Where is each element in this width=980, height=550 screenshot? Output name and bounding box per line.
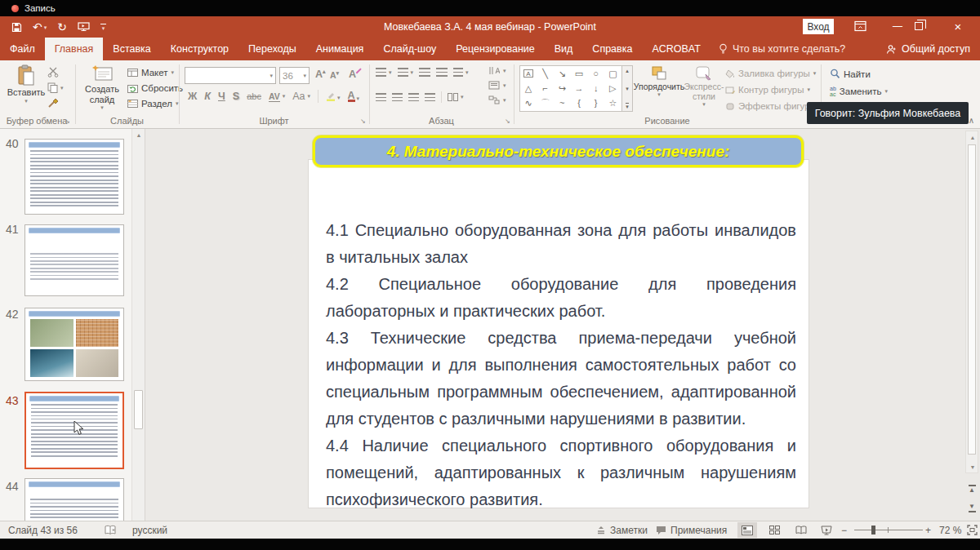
- slide-counter[interactable]: Слайд 43 из 56: [8, 521, 78, 539]
- character-spacing-button[interactable]: AV: [269, 91, 280, 102]
- change-case-dropdown-icon[interactable]: ▾: [308, 93, 311, 100]
- shape-oval-icon[interactable]: ○: [588, 66, 604, 81]
- paragraph-dialog-launcher[interactable]: ↘: [505, 118, 510, 125]
- shape-elbow-connector-icon[interactable]: ⌐: [537, 81, 554, 95]
- tab-slideshow[interactable]: Слайд-шоу: [373, 38, 446, 60]
- slide-thumbnail-42[interactable]: [24, 308, 124, 381]
- align-text-button[interactable]: ▾: [488, 81, 506, 90]
- canvas-scrollbar[interactable]: ▲ ▼: [965, 131, 978, 473]
- zoom-level[interactable]: 72 %: [939, 521, 961, 539]
- arrange-dropdown-icon[interactable]: ▾: [657, 91, 661, 98]
- font-name-dropdown-icon[interactable]: ▾: [270, 73, 273, 79]
- canvas-scroll-down-icon[interactable]: ▼: [966, 461, 979, 472]
- shape-fill-button[interactable]: Заливка фигуры ▾: [725, 69, 816, 78]
- minimize-button[interactable]: —: [887, 17, 908, 35]
- undo-button[interactable]: ↶ ▾: [33, 21, 47, 33]
- start-slideshow-button[interactable]: [78, 22, 90, 32]
- align-right-icon[interactable]: [408, 93, 419, 101]
- font-dialog-launcher[interactable]: ↘: [360, 118, 366, 125]
- tab-file[interactable]: Файл: [0, 38, 45, 60]
- undo-dropdown-icon[interactable]: ▾: [44, 24, 47, 30]
- paste-dropdown-icon[interactable]: ▾: [24, 98, 28, 104]
- change-case-button[interactable]: Aa: [292, 91, 305, 102]
- tab-insert[interactable]: Вставка: [103, 38, 160, 60]
- tab-design[interactable]: Конструктор: [161, 38, 238, 60]
- shape-curved-arrow-icon[interactable]: ↪: [554, 81, 570, 95]
- save-icon[interactable]: [11, 22, 22, 33]
- section-button[interactable]: Раздел ▾: [127, 99, 183, 109]
- collapse-ribbon-icon[interactable]: ∧: [969, 116, 974, 125]
- quick-styles-button[interactable]: Экспресс-стили ▾: [684, 65, 724, 108]
- redo-button[interactable]: ↻: [57, 21, 67, 33]
- italic-button[interactable]: К: [204, 91, 211, 102]
- slide-thumbnail-41[interactable]: [24, 224, 124, 296]
- layout-button[interactable]: Макет ▾: [127, 68, 183, 78]
- shrink-font-button[interactable]: A▾: [330, 70, 339, 80]
- canvas-scrollbar-thumb[interactable]: [968, 144, 976, 455]
- next-slide-button[interactable]: ▼: [965, 501, 978, 516]
- grow-font-button[interactable]: A▴: [315, 69, 326, 80]
- zoom-slider-track[interactable]: [854, 530, 923, 530]
- shape-right-arrow-icon[interactable]: →: [571, 81, 587, 95]
- text-shadow-button[interactable]: S: [233, 91, 239, 102]
- line-spacing-dropdown-icon[interactable]: ▾: [466, 69, 469, 76]
- slide-body-text[interactable]: 4.1 Специально оборудованная зона для ра…: [326, 217, 796, 513]
- shape-rectangle-icon[interactable]: ▭: [571, 66, 587, 81]
- customize-qat-button[interactable]: ▾: [100, 24, 106, 31]
- bullets-icon[interactable]: [376, 68, 386, 77]
- thumbnail-scrollbar-thumb[interactable]: [134, 390, 143, 429]
- increase-indent-icon[interactable]: [436, 68, 448, 77]
- shape-outline-button[interactable]: Контур фигуры ▾: [725, 85, 816, 95]
- shape-scribble-icon[interactable]: ∿: [520, 95, 537, 110]
- font-size-combo[interactable]: 36 ▾: [279, 67, 310, 84]
- ribbon-display-options-button[interactable]: [854, 20, 866, 32]
- format-painter-button[interactable]: [47, 98, 64, 109]
- highlight-color-button[interactable]: ▾: [326, 91, 341, 101]
- shape-curve-icon[interactable]: ~: [554, 95, 570, 110]
- tab-review[interactable]: Рецензирование: [446, 38, 545, 60]
- reading-view-button[interactable]: [791, 522, 811, 538]
- share-button[interactable]: Общий доступ: [886, 38, 970, 60]
- justify-icon[interactable]: [425, 93, 435, 101]
- clear-formatting-button[interactable]: A: [349, 69, 356, 80]
- font-color-button[interactable]: A ▾: [348, 91, 360, 102]
- numbering-icon[interactable]: [398, 68, 408, 77]
- highlight-dropdown-icon[interactable]: ▾: [337, 95, 341, 101]
- tab-home[interactable]: Главная: [45, 38, 104, 60]
- font-name-combo[interactable]: ▾: [185, 67, 276, 84]
- new-slide-button[interactable]: Создать слайд ▾: [80, 64, 124, 111]
- tell-me-box[interactable]: Что вы хотите сделать?: [710, 38, 853, 60]
- thumbnail-scroll-up-icon[interactable]: ▲: [132, 129, 145, 140]
- shape-line-icon[interactable]: ╲: [537, 66, 554, 81]
- shapes-gallery[interactable]: A ╲ ↘ ▭ ○ ▢ △ ⌐ ↪ → ↓ ▷ ∿ ⌒ ~ { } ☆: [519, 65, 622, 112]
- normal-view-button[interactable]: [737, 522, 757, 538]
- shape-triangle-icon[interactable]: △: [520, 81, 537, 95]
- paste-button[interactable]: Вставить ▾: [7, 64, 46, 104]
- arrange-button[interactable]: Упорядочить ▾: [636, 65, 682, 98]
- shape-callout-icon[interactable]: ▷: [604, 81, 621, 95]
- shape-textbox-icon[interactable]: A: [523, 69, 533, 78]
- slide-sorter-view-button[interactable]: [764, 522, 784, 538]
- slide-thumbnail-40[interactable]: [24, 139, 124, 215]
- shape-down-arrow-icon[interactable]: ↓: [588, 81, 604, 95]
- bold-button[interactable]: Ж: [188, 91, 197, 102]
- tab-acrobat[interactable]: ACROBAT: [642, 38, 710, 60]
- tab-help[interactable]: Справка: [582, 38, 642, 60]
- notes-button[interactable]: Заметки: [596, 521, 648, 539]
- shapes-scroll-down-icon[interactable]: ▾: [626, 86, 629, 92]
- shapes-more-icon[interactable]: ▾: [626, 103, 629, 109]
- shape-brace-right-icon[interactable]: }: [588, 95, 604, 110]
- shapes-scroll-up-icon[interactable]: ▴: [626, 68, 629, 74]
- shape-effects-button[interactable]: Эффекты фигур: [725, 101, 816, 111]
- strikethrough-button[interactable]: abc: [247, 91, 261, 101]
- slide-title-box[interactable]: 4. Материально-техническое обеспечение:: [313, 135, 804, 167]
- quick-styles-dropdown-icon[interactable]: ▾: [702, 101, 706, 108]
- language-indicator[interactable]: русский: [132, 521, 167, 539]
- close-button[interactable]: ×: [946, 16, 970, 36]
- spell-check-icon[interactable]: [105, 521, 117, 539]
- align-center-icon[interactable]: [392, 93, 403, 101]
- reset-button[interactable]: Сбросить: [127, 83, 183, 93]
- sign-in-button[interactable]: Вход: [803, 19, 834, 34]
- canvas-scroll-up-icon[interactable]: ▲: [966, 131, 979, 143]
- line-spacing-icon[interactable]: [453, 68, 463, 77]
